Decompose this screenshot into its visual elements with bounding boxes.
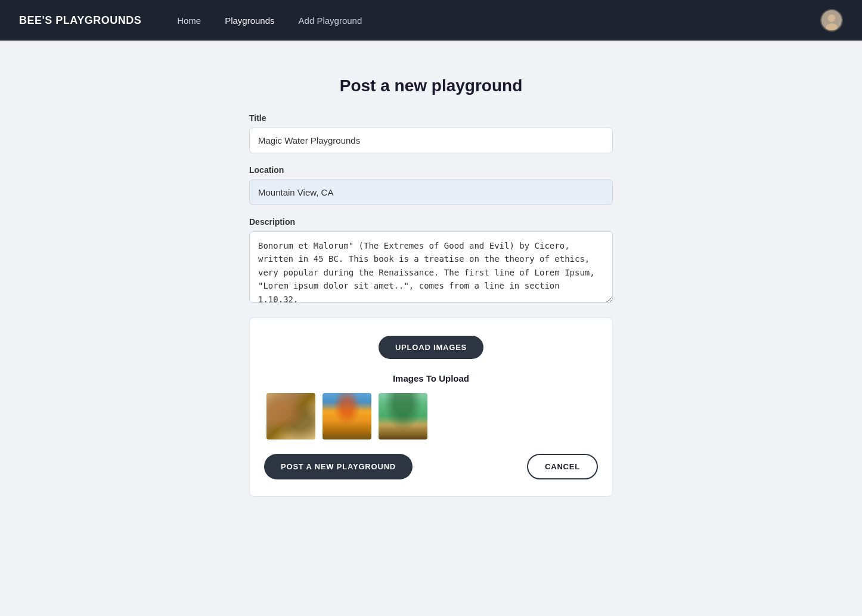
main-content: Post a new playground Title Location Des… <box>0 41 862 533</box>
upload-btn-container: UPLOAD IMAGES <box>264 336 598 359</box>
action-buttons: POST A NEW PLAYGROUND CANCEL <box>264 454 598 479</box>
image-thumb-3 <box>379 393 427 439</box>
page-title: Post a new playground <box>340 76 522 95</box>
location-group: Location <box>249 165 613 205</box>
description-label: Description <box>249 217 613 227</box>
nav-home[interactable]: Home <box>177 16 201 26</box>
title-label: Title <box>249 113 613 123</box>
user-avatar[interactable] <box>820 9 843 32</box>
description-textarea[interactable]: Bonorum et Malorum" (The Extremes of Goo… <box>249 231 613 303</box>
svg-point-2 <box>826 23 838 31</box>
title-group: Title <box>249 113 613 153</box>
nav-playgrounds[interactable]: Playgrounds <box>225 16 274 26</box>
nav-right <box>820 9 843 32</box>
upload-panel: UPLOAD IMAGES Images To Upload POST A NE… <box>249 317 613 497</box>
post-playground-button[interactable]: POST A NEW PLAYGROUND <box>264 454 413 479</box>
nav-left: BEE'S PLAYGROUNDS Home Playgrounds Add P… <box>19 14 362 27</box>
form-container: Title Location Description Bonorum et Ma… <box>249 113 613 497</box>
image-thumb-2 <box>323 393 371 439</box>
nav-add-playground[interactable]: Add Playground <box>299 16 362 26</box>
description-group: Description Bonorum et Malorum" (The Ext… <box>249 217 613 305</box>
image-thumb-1 <box>266 393 315 439</box>
images-to-upload-label: Images To Upload <box>264 373 598 383</box>
title-input[interactable] <box>249 128 613 153</box>
nav-links: Home Playgrounds Add Playground <box>177 16 362 26</box>
upload-images-button[interactable]: UPLOAD IMAGES <box>379 336 483 359</box>
svg-point-1 <box>828 14 836 22</box>
location-label: Location <box>249 165 613 175</box>
location-input[interactable] <box>249 179 613 205</box>
image-thumbnails <box>264 393 598 439</box>
cancel-button[interactable]: CANCEL <box>527 454 598 479</box>
navbar: BEE'S PLAYGROUNDS Home Playgrounds Add P… <box>0 0 862 41</box>
brand-logo[interactable]: BEE'S PLAYGROUNDS <box>19 14 141 27</box>
